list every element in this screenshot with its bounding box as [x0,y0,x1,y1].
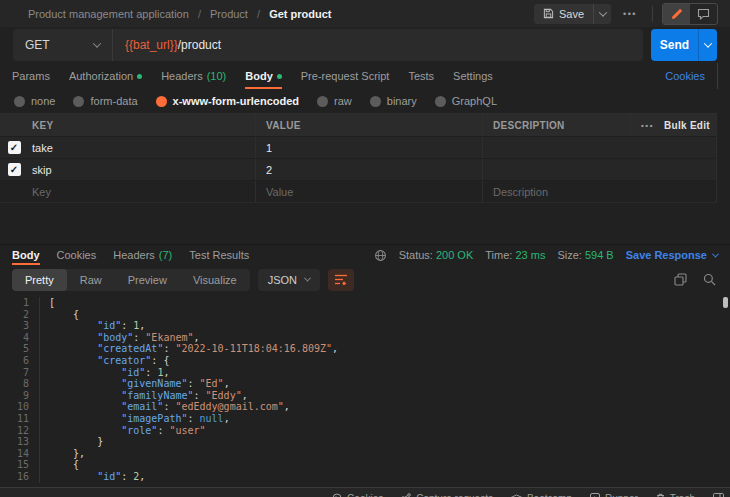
tab-pre-request-script[interactable]: Pre-request Script [301,63,390,89]
view-visualize[interactable]: Visualize [180,269,250,291]
value-placeholder[interactable]: Value [255,181,482,202]
value-cell[interactable]: 2 [255,159,482,180]
line-number: 13 [0,436,40,448]
cookie-icon [332,493,342,497]
statusbar-label: Bootcamp [527,493,572,497]
comments-button[interactable] [690,4,717,24]
url-path: /product [178,38,221,52]
view-raw[interactable]: Raw [67,269,115,291]
view-preview[interactable]: Preview [115,269,180,291]
response-tab-cookies[interactable]: Cookies [57,245,97,265]
table-row: ✓ skip 2 [0,159,716,181]
line-number: 14 [0,448,40,460]
code-line: 5 "createdAt": "2022-10-11T18:04:16.809Z… [0,343,730,355]
search-icon[interactable] [703,273,716,286]
row-checkbox-checked[interactable]: ✓ [8,163,21,176]
radio-label: none [31,95,55,107]
wrap-lines-button[interactable] [328,269,354,291]
send-options-button[interactable] [698,29,717,61]
line-number: 9 [0,390,40,402]
request-tabs: Params Authorization Headers(10) Body Pr… [0,63,730,89]
key-cell[interactable]: skip [28,159,255,180]
postman-window: Product management application / Product… [0,0,730,497]
graduation-cap-icon [511,494,522,497]
save-button[interactable]: Save [534,4,593,24]
view-pretty[interactable]: Pretty [12,269,67,291]
statusbar-runner-button[interactable]: Runner [590,493,638,497]
table-row-placeholder: Key Value Description [0,181,716,202]
breadcrumb-collection[interactable]: Product management application [28,8,189,20]
green-dot-icon [277,74,282,79]
save-options-button[interactable] [593,4,611,24]
request-header-bar: Product management application / Product… [0,0,730,27]
code-editor[interactable]: 1[2 {3 "id": 1,4 "body": "Ekanem",5 "cre… [0,294,730,487]
statusbar-capture-requests-button[interactable]: Capture requests [401,493,493,497]
url-input[interactable]: {{bat_url}}/product [113,29,643,61]
tab-params[interactable]: Params [12,63,50,89]
code-line: 11 "imagePath": null, [0,413,730,425]
statusbar-bootcamp-button[interactable]: Bootcamp [511,493,572,497]
response-tab-headers[interactable]: Headers(7) [113,245,172,265]
send-button[interactable]: Send [651,29,698,61]
statusbar-panel-toggle-button[interactable] [713,493,724,497]
body-type-form-data[interactable]: form-data [73,95,137,107]
value-cell[interactable]: 1 [255,137,482,158]
radio-label: form-data [90,95,137,107]
radio-icon [14,96,25,107]
urlencoded-params-table: KEY VALUE DESCRIPTION ••• Bulk Edit ✓ ta… [0,113,717,203]
bulk-edit-button[interactable]: Bulk Edit [664,120,710,131]
edit-request-button[interactable] [663,4,690,24]
line-number: 2 [0,309,40,321]
divider [717,63,718,89]
code-line: 6 "creator": { [0,355,730,367]
radio-icon [370,96,381,107]
line-number: 4 [0,332,40,344]
body-type-none[interactable]: none [14,95,55,107]
breadcrumb-folder[interactable]: Product [210,8,248,20]
line-number: 6 [0,355,40,367]
network-globe-icon [374,249,387,262]
body-type-binary[interactable]: binary [370,95,417,107]
line-number: 10 [0,401,40,413]
tab-tests[interactable]: Tests [408,63,434,89]
description-placeholder[interactable]: Description [482,181,716,202]
table-more-button[interactable]: ••• [641,121,654,130]
key-placeholder[interactable]: Key [28,181,255,202]
radio-label: binary [387,95,417,107]
response-tools-right [674,273,716,286]
code-line: 2 { [0,309,730,321]
format-select[interactable]: JSON [258,269,320,291]
code-line: 3 "id": 1, [0,320,730,332]
statusbar-trash-button[interactable]: Trash [656,493,695,497]
response-tabs: Body Cookies Headers(7) Test Results Sta… [0,245,730,265]
body-type-raw[interactable]: raw [317,95,352,107]
body-type-options: none form-data x-www-form-urlencoded raw… [0,89,730,113]
copy-icon[interactable] [674,273,687,286]
breadcrumb-separator: / [257,8,260,20]
response-tab-body[interactable]: Body [12,245,40,265]
method-select[interactable]: GET [13,29,113,61]
scrollbar-thumb[interactable] [723,297,728,308]
body-type-x-www-form-urlencoded[interactable]: x-www-form-urlencoded [156,95,300,107]
cookies-link[interactable]: Cookies [665,63,705,89]
tab-body[interactable]: Body [245,63,282,89]
tab-authorization[interactable]: Authorization [69,63,142,89]
key-cell[interactable]: take [28,137,255,158]
code-line: 15 { [0,459,730,471]
body-type-graphql[interactable]: GraphQL [435,95,497,107]
statusbar-cookies-button[interactable]: Cookies [332,493,383,497]
more-options-button[interactable]: ••• [617,9,643,19]
response-tab-test-results[interactable]: Test Results [189,245,249,265]
tab-label: Tests [408,70,434,82]
breadcrumb-request-name[interactable]: Get product [269,8,331,20]
save-label: Save [559,8,584,20]
save-response-button[interactable]: Save Response [626,249,718,261]
tab-label: Headers [113,249,155,261]
description-cell[interactable] [482,159,716,180]
description-cell[interactable] [482,137,716,158]
code-line: 14 }, [0,448,730,460]
row-checkbox-checked[interactable]: ✓ [8,141,21,154]
tab-headers[interactable]: Headers(10) [161,63,226,89]
line-number: 16 [0,471,40,483]
tab-settings[interactable]: Settings [453,63,493,89]
